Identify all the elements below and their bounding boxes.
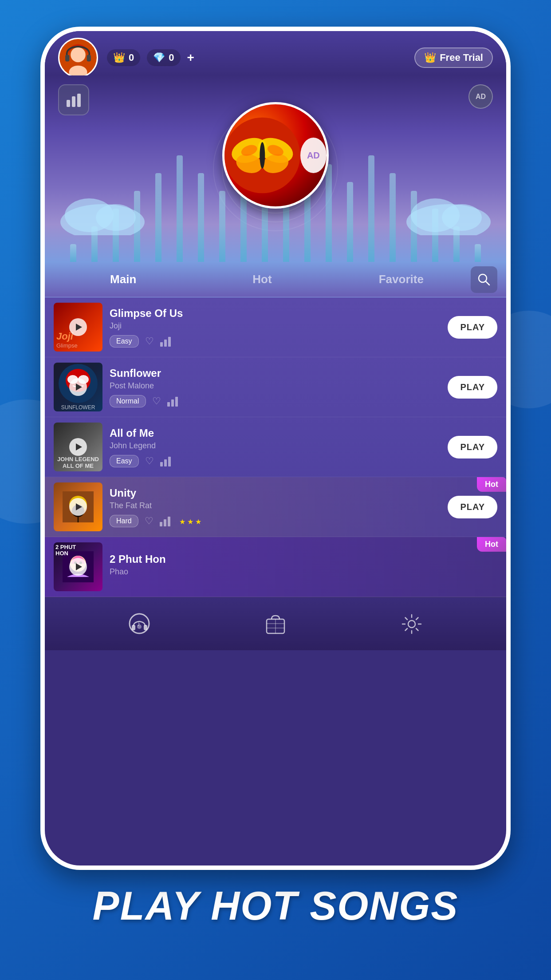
play-overlay-4[interactable] [69,498,87,516]
svg-point-14 [96,204,136,231]
song-thumbnail-4[interactable] [54,482,102,531]
vinyl-center: AD [300,138,327,173]
svg-rect-4 [87,55,91,61]
play-triangle-5 [76,563,82,570]
heart-icon-2[interactable]: ♡ [152,395,161,407]
song-item-2: SUNFLOWER Sunflower Post Malone Normal ♡ [45,357,506,417]
stats-button[interactable] [58,84,89,115]
song-artist-2: Post Malone [110,381,441,391]
stars-4: ★★★ [179,518,201,526]
song-item-3: JOHN LEGENDALL OF ME All of Me John Lege… [45,417,506,477]
svg-point-25 [260,142,265,168]
nav-settings-button[interactable] [396,609,427,640]
bar-15 [368,155,374,262]
play-overlay-5[interactable] [69,558,87,576]
nav-music-button[interactable]: ♪ [124,609,155,640]
song-info-2: Sunflower Post Malone Normal ♡ [102,367,448,407]
tab-hot[interactable]: Hot [193,264,331,295]
svg-rect-6 [72,96,75,107]
phao-title-overlay: 2 PHUTHON [55,544,76,557]
heart-icon-4[interactable]: ♡ [145,515,153,527]
svg-rect-53 [132,625,135,630]
ad-badge[interactable]: AD [468,84,493,109]
svg-rect-28 [160,342,163,347]
svg-rect-46 [164,519,166,526]
add-currency-button[interactable]: + [187,51,194,65]
svg-rect-29 [164,340,167,347]
bar-20 [475,244,481,262]
music-note-icon: ♪ [127,612,152,636]
difficulty-1: Easy [110,335,139,348]
song-title-4: Unity [110,487,441,499]
vinyl-record[interactable]: AD [222,102,329,209]
song-artist-1: Joji [110,321,441,331]
play-button-3[interactable]: PLAY [448,436,497,458]
song-title-3: All of Me [110,427,441,439]
grid-icon [264,613,287,635]
gold-currency: 👑 0 [107,49,140,66]
tab-favorite[interactable]: Favorite [332,264,471,295]
song-thumbnail-2[interactable]: SUNFLOWER [54,363,102,411]
tabs-bar: Main Hot Favorite [45,262,506,297]
stats-icon-1[interactable] [160,336,173,347]
play-triangle-2 [76,383,82,391]
free-trial-button[interactable]: 👑 Free Trial [414,47,493,68]
svg-point-1 [71,47,86,63]
play-overlay-2[interactable] [69,378,87,396]
stats-icon-4[interactable] [160,516,173,526]
cloud-right [404,191,493,235]
song-item-5: Hot 2 PHUTHON [45,537,506,597]
ad-label: AD [476,93,486,101]
song-thumbnail-5[interactable]: 2 PHUTHON [54,542,102,591]
settings-icon [401,613,423,635]
play-button-4[interactable]: PLAY [448,496,497,518]
bottom-tagline: PLAY HOT SONGS [93,883,459,929]
bar-8 [219,191,225,262]
difficulty-4: Hard [110,515,138,527]
stats-icon-2[interactable] [167,396,181,407]
song-title-2: Sunflower [110,367,441,379]
svg-rect-36 [171,399,174,407]
bar-5 [155,173,161,262]
play-overlay-1[interactable] [69,318,87,336]
song-artist-4: The Fat Rat [110,501,441,510]
svg-rect-30 [168,337,171,347]
svg-rect-38 [160,462,163,466]
hot-badge-4: Hot [477,477,506,492]
nav-tiles-button[interactable] [260,609,291,640]
crown-icon: 👑 [113,52,125,63]
tab-main[interactable]: Main [54,264,193,295]
play-overlay-3[interactable] [69,438,87,456]
svg-rect-45 [160,522,162,526]
song-info-1: Glimpse Of Us Joji Easy ♡ [102,307,448,348]
svg-line-27 [486,281,489,285]
search-button[interactable] [471,266,497,293]
song-info-3: All of Me John Legend Easy ♡ [102,427,448,467]
johnlegend-text: JOHN LEGENDALL OF ME [57,456,99,470]
vinyl-art [224,104,300,206]
search-icon [477,273,491,286]
cloud-left [58,191,147,235]
vinyl-ad-label: AD [307,150,320,161]
hot-badge-5: Hot [477,537,506,552]
play-button-2[interactable]: PLAY [448,376,497,399]
avatar[interactable] [58,38,98,78]
sunflower-label: SUNFLOWER [61,404,95,411]
difficulty-2: Normal [110,395,146,407]
song-item-4: Hot Unity The Fa [45,477,506,537]
svg-rect-5 [67,100,70,107]
song-info-5: 2 Phut Hon Phao [102,553,497,581]
heart-icon-3[interactable]: ♡ [145,455,154,467]
stats-icon-3[interactable] [160,456,173,466]
svg-rect-39 [164,459,167,466]
play-button-1[interactable]: PLAY [448,316,497,339]
song-thumbnail-3[interactable]: JOHN LEGENDALL OF ME [54,423,102,471]
song-thumbnail-1[interactable]: Joji Glimpse [54,303,102,352]
header-left: 👑 0 💎 0 + [58,38,194,78]
svg-rect-37 [175,397,178,407]
svg-rect-3 [65,55,69,61]
bottom-nav: ♪ [45,597,506,650]
heart-icon-1[interactable]: ♡ [145,336,154,347]
gem-currency: 💎 0 [147,49,180,66]
songs-list: Joji Glimpse Glimpse Of Us Joji Easy ♡ [45,297,506,597]
